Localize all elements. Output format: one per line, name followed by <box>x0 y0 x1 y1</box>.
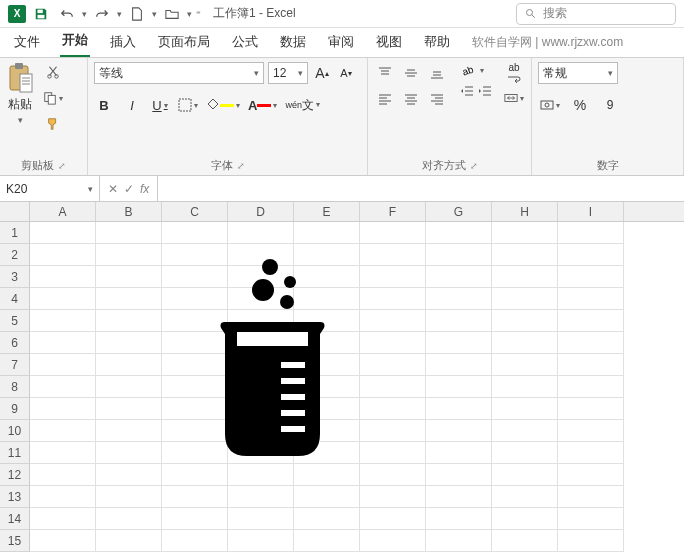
cell[interactable] <box>96 442 162 464</box>
percent-button[interactable]: % <box>568 94 592 116</box>
paste-label[interactable]: 粘贴 <box>8 96 32 113</box>
cell[interactable] <box>360 376 426 398</box>
cell[interactable] <box>360 508 426 530</box>
col-header[interactable]: D <box>228 202 294 221</box>
cell[interactable] <box>30 420 96 442</box>
cell[interactable] <box>96 398 162 420</box>
cell[interactable] <box>492 420 558 442</box>
grow-font-icon[interactable]: A▴ <box>312 62 332 84</box>
cell[interactable] <box>294 508 360 530</box>
cell[interactable] <box>96 508 162 530</box>
cell[interactable] <box>426 420 492 442</box>
cell[interactable] <box>558 332 624 354</box>
cell[interactable] <box>360 222 426 244</box>
cell[interactable] <box>426 486 492 508</box>
cell[interactable] <box>426 288 492 310</box>
cell[interactable] <box>96 486 162 508</box>
wrap-text-button[interactable]: ab <box>504 62 524 85</box>
cell[interactable] <box>426 376 492 398</box>
cell[interactable] <box>30 508 96 530</box>
undo-dropdown-icon[interactable]: ▾ <box>82 9 87 19</box>
cell[interactable] <box>96 530 162 552</box>
cell[interactable] <box>360 486 426 508</box>
formula-cancel-icon[interactable]: ✕ <box>108 182 118 196</box>
cell[interactable] <box>96 354 162 376</box>
cell[interactable] <box>30 266 96 288</box>
cell[interactable] <box>228 530 294 552</box>
cell[interactable] <box>492 508 558 530</box>
row-header[interactable]: 4 <box>0 288 30 310</box>
cell[interactable] <box>558 310 624 332</box>
row-header[interactable]: 15 <box>0 530 30 552</box>
cell[interactable] <box>492 464 558 486</box>
align-right-icon[interactable] <box>426 88 448 110</box>
row-header[interactable]: 11 <box>0 442 30 464</box>
cell[interactable] <box>492 354 558 376</box>
cell[interactable] <box>426 244 492 266</box>
search-box[interactable]: 搜索 <box>516 3 676 25</box>
cut-icon[interactable] <box>42 62 64 82</box>
cell[interactable] <box>228 486 294 508</box>
cell[interactable] <box>30 244 96 266</box>
col-header[interactable]: C <box>162 202 228 221</box>
cell[interactable] <box>360 288 426 310</box>
row-header[interactable]: 13 <box>0 486 30 508</box>
orientation-button[interactable]: ab▾ <box>460 62 492 78</box>
row-header[interactable]: 1 <box>0 222 30 244</box>
row-header[interactable]: 12 <box>0 464 30 486</box>
cell[interactable] <box>360 530 426 552</box>
row-header[interactable]: 3 <box>0 266 30 288</box>
row-header[interactable]: 10 <box>0 420 30 442</box>
cell[interactable] <box>96 222 162 244</box>
cell[interactable] <box>558 288 624 310</box>
tab-formulas[interactable]: 公式 <box>230 27 260 57</box>
cell[interactable] <box>360 354 426 376</box>
tab-file[interactable]: 文件 <box>12 27 42 57</box>
copy-icon[interactable]: ▾ <box>42 88 64 108</box>
cell[interactable] <box>360 266 426 288</box>
cell[interactable] <box>492 398 558 420</box>
cell[interactable] <box>162 464 228 486</box>
fill-color-button[interactable]: ▾ <box>206 94 240 116</box>
decrease-indent-icon[interactable] <box>460 84 474 98</box>
row-header[interactable]: 2 <box>0 244 30 266</box>
select-all-corner[interactable] <box>0 202 30 221</box>
cell[interactable] <box>360 464 426 486</box>
tab-insert[interactable]: 插入 <box>108 27 138 57</box>
align-bottom-icon[interactable] <box>426 62 448 84</box>
cell[interactable] <box>360 244 426 266</box>
cell[interactable] <box>360 398 426 420</box>
cell[interactable] <box>360 420 426 442</box>
currency-button[interactable]: ▾ <box>538 94 562 116</box>
align-center-icon[interactable] <box>400 88 422 110</box>
font-launcher-icon[interactable]: ⤢ <box>237 161 245 171</box>
cell[interactable] <box>96 332 162 354</box>
merge-center-button[interactable]: ▾ <box>504 91 524 105</box>
tab-data[interactable]: 数据 <box>278 27 308 57</box>
cell[interactable] <box>492 332 558 354</box>
cell[interactable] <box>294 486 360 508</box>
cell[interactable] <box>228 464 294 486</box>
cell[interactable] <box>30 530 96 552</box>
cell[interactable] <box>30 332 96 354</box>
cell[interactable] <box>492 266 558 288</box>
cell[interactable] <box>30 288 96 310</box>
fx-icon[interactable]: fx <box>140 182 149 196</box>
cell[interactable] <box>96 464 162 486</box>
new-file-icon[interactable] <box>126 3 148 25</box>
cell[interactable] <box>426 354 492 376</box>
cell[interactable] <box>558 244 624 266</box>
tab-review[interactable]: 审阅 <box>326 27 356 57</box>
paste-icon[interactable] <box>6 62 34 94</box>
cell[interactable] <box>492 442 558 464</box>
italic-button[interactable]: I <box>122 94 142 116</box>
undo-icon[interactable] <box>56 3 78 25</box>
open-folder-icon[interactable] <box>161 3 183 25</box>
cell[interactable] <box>228 508 294 530</box>
increase-indent-icon[interactable] <box>478 84 492 98</box>
cell[interactable] <box>360 310 426 332</box>
cell[interactable] <box>30 442 96 464</box>
cell[interactable] <box>426 310 492 332</box>
cell[interactable] <box>30 310 96 332</box>
formula-confirm-icon[interactable]: ✓ <box>124 182 134 196</box>
